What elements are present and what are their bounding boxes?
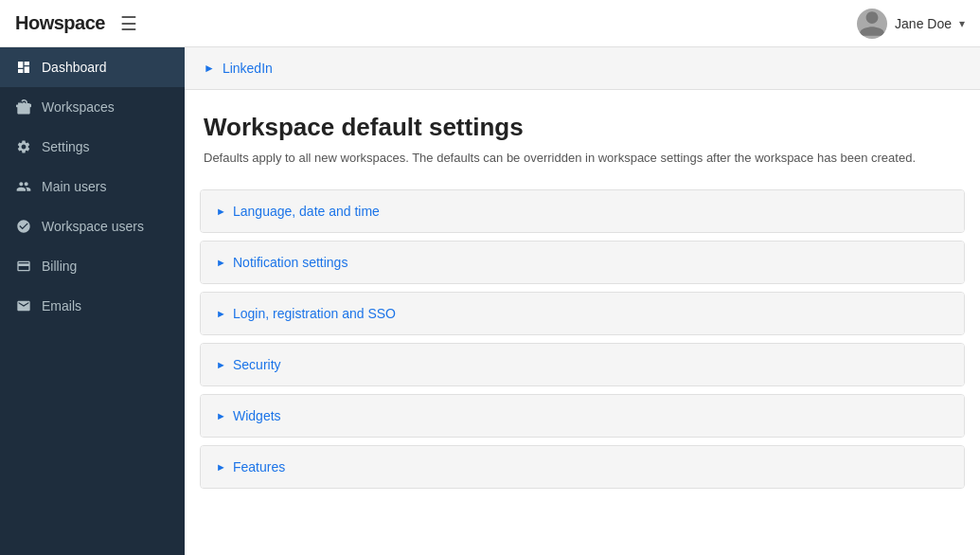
billing-icon <box>15 258 32 275</box>
sidebar-item-billing[interactable]: Billing <box>0 246 185 286</box>
main-content: ► LinkedIn Workspace default settings De… <box>185 47 980 555</box>
avatar <box>857 9 887 39</box>
notification-arrow-icon: ► <box>216 257 225 268</box>
section-widgets-header[interactable]: ► Widgets <box>201 395 964 437</box>
section-notification: ► Notification settings <box>200 241 965 284</box>
login-arrow-icon: ► <box>216 308 225 319</box>
language-arrow-icon: ► <box>216 206 225 217</box>
sidebar-item-main-users[interactable]: Main users <box>0 167 185 206</box>
app-logo: Howspace <box>15 12 105 34</box>
linkedin-arrow-icon: ► <box>204 62 215 75</box>
security-label: Security <box>233 357 281 372</box>
sidebar-label-workspace-users: Workspace users <box>42 219 144 234</box>
sidebar-item-dashboard[interactable]: Dashboard <box>0 47 185 87</box>
sidebar-label-dashboard: Dashboard <box>42 60 107 75</box>
user-dropdown-icon[interactable]: ▾ <box>959 17 965 30</box>
language-label: Language, date and time <box>233 204 380 219</box>
section-notification-header[interactable]: ► Notification settings <box>201 242 964 283</box>
hamburger-icon[interactable]: ☰ <box>120 12 137 35</box>
sidebar-label-workspaces: Workspaces <box>42 99 115 115</box>
sidebar-item-workspace-users[interactable]: Workspace users <box>0 206 185 246</box>
section-language-header[interactable]: ► Language, date and time <box>201 190 964 232</box>
header-left: Howspace ☰ <box>15 12 137 35</box>
sidebar-item-settings[interactable]: Settings <box>0 127 185 167</box>
sidebar-item-emails[interactable]: Emails <box>0 286 185 326</box>
sections-list: ► Language, date and time ► Notification… <box>185 174 980 504</box>
main-layout: Dashboard Workspaces Settings Main users <box>0 47 980 555</box>
features-arrow-icon: ► <box>216 461 225 473</box>
linkedin-section-title: LinkedIn <box>223 61 273 76</box>
sidebar-label-settings: Settings <box>42 139 90 154</box>
linkedin-section-bar[interactable]: ► LinkedIn <box>185 47 980 90</box>
section-security-header[interactable]: ► Security <box>201 344 964 385</box>
emails-icon <box>15 297 32 314</box>
section-language: ► Language, date and time <box>200 189 965 233</box>
sidebar-label-main-users: Main users <box>42 179 106 194</box>
sidebar-label-emails: Emails <box>42 298 81 313</box>
login-label: Login, registration and SSO <box>233 306 396 321</box>
workspace-users-icon <box>15 218 32 235</box>
main-users-icon <box>15 178 32 195</box>
sidebar-item-workspaces[interactable]: Workspaces <box>0 87 185 127</box>
sidebar: Dashboard Workspaces Settings Main users <box>0 47 185 555</box>
section-features: ► Features <box>200 445 965 489</box>
page-title: Workspace default settings <box>204 113 961 142</box>
app-header: Howspace ☰ Jane Doe ▾ <box>0 0 980 47</box>
section-login-header[interactable]: ► Login, registration and SSO <box>201 293 964 334</box>
dashboard-icon <box>15 59 32 76</box>
workspaces-icon <box>15 98 32 116</box>
header-right: Jane Doe ▾ <box>857 9 965 39</box>
section-login: ► Login, registration and SSO <box>200 292 965 335</box>
settings-description: Defaults apply to all new workspaces. Th… <box>204 150 961 167</box>
sidebar-label-billing: Billing <box>42 259 77 274</box>
user-name: Jane Doe <box>895 16 952 31</box>
section-features-header[interactable]: ► Features <box>201 446 964 488</box>
settings-header: Workspace default settings Defaults appl… <box>185 90 980 174</box>
security-arrow-icon: ► <box>216 359 225 370</box>
widgets-label: Widgets <box>233 408 281 423</box>
section-security: ► Security <box>200 343 965 386</box>
features-label: Features <box>233 459 285 474</box>
widgets-arrow-icon: ► <box>216 410 225 421</box>
notification-label: Notification settings <box>233 255 347 270</box>
section-widgets: ► Widgets <box>200 394 965 438</box>
settings-icon <box>15 138 32 155</box>
